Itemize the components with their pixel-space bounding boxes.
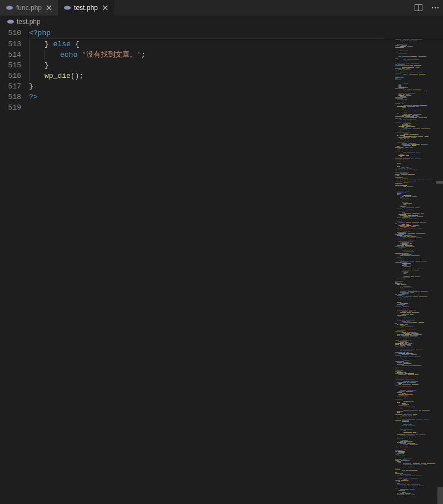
minimap[interactable] xyxy=(393,28,436,504)
svg-point-4 xyxy=(432,7,433,8)
code-line[interactable] xyxy=(29,102,443,113)
tab-bar: func.php test.php xyxy=(0,0,443,16)
svg-point-6 xyxy=(437,7,439,8)
line-number: 514 xyxy=(0,50,21,60)
code-line[interactable]: echo '没有找到文章。'; xyxy=(29,50,443,60)
code-line[interactable]: } else { xyxy=(29,39,443,50)
sticky-scroll-line[interactable]: <?php xyxy=(29,28,443,38)
split-editor-icon[interactable] xyxy=(414,3,423,12)
tab-label: func.php xyxy=(16,4,42,12)
code-line[interactable]: wp_die(); xyxy=(29,71,443,81)
minimap-slider[interactable] xyxy=(393,56,436,78)
close-icon[interactable] xyxy=(45,3,53,12)
tab-actions xyxy=(414,0,440,16)
close-icon[interactable] xyxy=(101,3,110,12)
svg-point-1 xyxy=(64,6,71,10)
svg-point-7 xyxy=(7,20,14,24)
line-number-gutter: 510 513514515516517518519 xyxy=(0,28,29,504)
line-number: 516 xyxy=(0,71,21,81)
svg-point-5 xyxy=(435,7,436,8)
svg-point-0 xyxy=(6,6,13,10)
sticky-line-number: 510 xyxy=(0,28,21,38)
tab-label: test.php xyxy=(74,4,98,12)
line-number: 518 xyxy=(0,92,21,102)
line-number: 519 xyxy=(0,102,21,113)
breadcrumb[interactable]: test.php xyxy=(0,16,443,28)
scroll-marker xyxy=(436,181,443,184)
more-actions-icon[interactable] xyxy=(431,3,440,12)
tab-func-php[interactable]: func.php xyxy=(0,0,58,16)
line-number: 515 xyxy=(0,60,21,71)
code-line[interactable]: } xyxy=(29,60,443,71)
scrollbar-vertical[interactable] xyxy=(436,28,443,504)
php-icon xyxy=(6,4,13,12)
line-number: 517 xyxy=(0,81,21,92)
php-icon xyxy=(7,18,14,26)
line-number: 513 xyxy=(0,39,21,50)
sticky-content: <?php xyxy=(29,29,51,37)
scrollbar-thumb[interactable] xyxy=(437,487,443,504)
code-line[interactable]: ?> xyxy=(29,92,443,102)
php-icon xyxy=(63,4,71,12)
tab-test-php[interactable]: test.php xyxy=(58,0,114,16)
code-area[interactable]: <?php } else {echo '没有找到文章。';}wp_die();}… xyxy=(29,28,443,504)
code-line[interactable]: } xyxy=(29,81,443,92)
breadcrumb-label: test.php xyxy=(17,18,41,26)
editor: 510 513514515516517518519 <?php } else {… xyxy=(0,28,443,504)
